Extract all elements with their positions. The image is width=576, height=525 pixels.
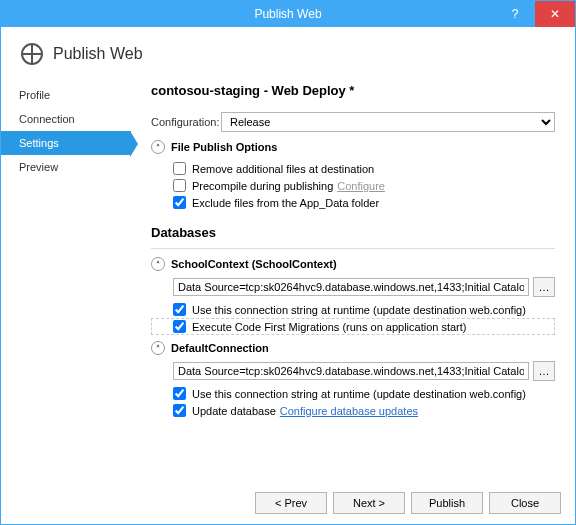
db-defaultconnection-update-checkbox[interactable] xyxy=(173,404,186,417)
db-schoolcontext-runtime-checkbox[interactable] xyxy=(173,303,186,316)
db-defaultconnection-name: DefaultConnection xyxy=(171,342,269,354)
db-defaultconnection-runtime-label: Use this connection string at runtime (u… xyxy=(192,388,526,400)
db-defaultconnection-runtime-checkbox[interactable] xyxy=(173,387,186,400)
db-schoolcontext-migrations-label: Execute Code First Migrations (runs on a… xyxy=(192,321,467,333)
sidebar-item-preview[interactable]: Preview xyxy=(1,155,131,179)
remove-files-checkbox[interactable] xyxy=(173,162,186,175)
precompile-checkbox[interactable] xyxy=(173,179,186,192)
db-schoolcontext-name: SchoolContext (SchoolContext) xyxy=(171,258,337,270)
titlebar: Publish Web ? ✕ xyxy=(1,1,575,27)
window-title: Publish Web xyxy=(254,7,321,21)
precompile-label: Precompile during publishing xyxy=(192,180,333,192)
db-defaultconnection-connection-row: … xyxy=(173,361,555,381)
remove-files-option: Remove additional files at destination xyxy=(151,160,555,177)
db-defaultconnection-browse-button[interactable]: … xyxy=(533,361,555,381)
close-button[interactable]: Close xyxy=(489,492,561,514)
divider xyxy=(151,248,555,249)
chevron-up-icon[interactable]: ˄ xyxy=(151,341,165,355)
help-button[interactable]: ? xyxy=(495,1,535,27)
sidebar-item-connection[interactable]: Connection xyxy=(1,107,131,131)
main-panel: contosou-staging - Web Deploy * Configur… xyxy=(131,83,575,482)
wizard-sidebar: Profile Connection Settings Preview xyxy=(1,83,131,482)
window-controls: ? ✕ xyxy=(495,1,575,27)
db-schoolcontext-browse-button[interactable]: … xyxy=(533,277,555,297)
db-schoolcontext-migrations-option: Execute Code First Migrations (runs on a… xyxy=(151,318,555,335)
close-window-button[interactable]: ✕ xyxy=(535,1,575,27)
db-schoolcontext-connection-row: … xyxy=(173,277,555,297)
db-schoolcontext-connection-input[interactable] xyxy=(173,278,529,296)
chevron-up-icon[interactable]: ˄ xyxy=(151,140,165,154)
db-defaultconnection-update-label: Update database xyxy=(192,405,276,417)
publish-web-window: Publish Web ? ✕ Publish Web Profile Conn… xyxy=(0,0,576,525)
configuration-select[interactable]: Release xyxy=(221,112,555,132)
db-schoolcontext-head: ˄ SchoolContext (SchoolContext) xyxy=(151,257,555,271)
db-defaultconnection-head: ˄ DefaultConnection xyxy=(151,341,555,355)
dialog-footer: < Prev Next > Publish Close xyxy=(1,482,575,524)
configuration-row: Configuration: Release xyxy=(151,112,555,132)
page-title: contosou-staging - Web Deploy * xyxy=(151,83,555,98)
db-schoolcontext-migrations-checkbox[interactable] xyxy=(173,320,186,333)
precompile-configure-link[interactable]: Configure xyxy=(337,180,385,192)
precompile-option: Precompile during publishing Configure xyxy=(151,177,555,194)
db-schoolcontext-runtime-option: Use this connection string at runtime (u… xyxy=(151,301,555,318)
db-schoolcontext-runtime-label: Use this connection string at runtime (u… xyxy=(192,304,526,316)
next-button[interactable]: Next > xyxy=(333,492,405,514)
configuration-label: Configuration: xyxy=(151,116,221,128)
databases-head: Databases xyxy=(151,225,555,240)
file-publish-options-head: ˄ File Publish Options xyxy=(151,140,555,154)
dialog-header: Publish Web xyxy=(1,27,575,83)
sidebar-item-settings[interactable]: Settings xyxy=(1,131,131,155)
exclude-appdata-option: Exclude files from the App_Data folder xyxy=(151,194,555,211)
dialog-body: Profile Connection Settings Preview cont… xyxy=(1,83,575,482)
sidebar-item-profile[interactable]: Profile xyxy=(1,83,131,107)
file-publish-options-label: File Publish Options xyxy=(171,141,277,153)
publish-button[interactable]: Publish xyxy=(411,492,483,514)
exclude-appdata-checkbox[interactable] xyxy=(173,196,186,209)
remove-files-label: Remove additional files at destination xyxy=(192,163,374,175)
dialog-title: Publish Web xyxy=(53,45,143,63)
prev-button[interactable]: < Prev xyxy=(255,492,327,514)
chevron-up-icon[interactable]: ˄ xyxy=(151,257,165,271)
db-defaultconnection-update-option: Update database Configure database updat… xyxy=(151,402,555,419)
db-defaultconnection-configure-link[interactable]: Configure database updates xyxy=(280,405,418,417)
publish-web-icon xyxy=(21,43,43,65)
db-defaultconnection-connection-input[interactable] xyxy=(173,362,529,380)
exclude-appdata-label: Exclude files from the App_Data folder xyxy=(192,197,379,209)
db-defaultconnection-runtime-option: Use this connection string at runtime (u… xyxy=(151,385,555,402)
